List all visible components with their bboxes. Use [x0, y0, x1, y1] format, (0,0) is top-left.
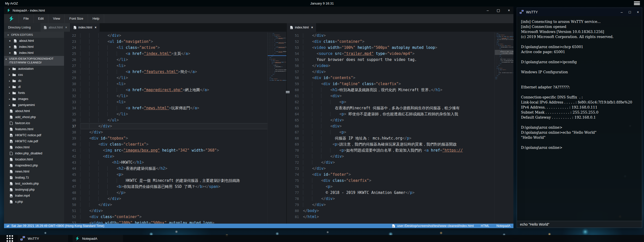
minimap-current-line-indicator — [268, 55, 286, 56]
code-line: </div> — [80, 123, 267, 129]
system-menu-title[interactable]: My ArOZ — [5, 2, 18, 5]
file-item-location.html[interactable]: location.html — [4, 156, 64, 162]
open-editor-item-index.html[interactable]: ×index.html — [4, 50, 64, 56]
folder-item-fonts[interactable]: ▸fonts — [4, 90, 64, 96]
close-icon[interactable]: × — [8, 39, 12, 42]
menu-view[interactable]: View — [48, 14, 65, 23]
folder-item-images[interactable]: ▸images — [4, 96, 64, 102]
line-number: 22 — [64, 32, 80, 39]
menu-file[interactable]: File — [19, 14, 34, 23]
file-item-HKWTC notice.pdf[interactable]: HKWTC notice.pdf — [4, 132, 64, 138]
open-editor-item-index.html[interactable]: ×index.html — [4, 44, 64, 50]
code-line: <div class="container"> — [303, 39, 495, 45]
menu-edit[interactable]: Edit — [34, 14, 48, 23]
tab-close-icon[interactable]: × — [65, 26, 67, 29]
file-name: about.html — [19, 39, 34, 43]
taskbar-item-wstty[interactable]: WsTTY — [18, 235, 68, 242]
code-file-icon — [9, 188, 13, 192]
maximize-button[interactable]: ▢ — [496, 8, 500, 12]
line-number-gutter: 5152535455565758596061626364656667686970… — [287, 32, 303, 224]
close-button[interactable]: × — [637, 10, 639, 14]
line-number: 42 — [64, 153, 80, 159]
folder-item-dl[interactable]: ▸dl — [4, 84, 64, 90]
folder-item-yamiyamimi[interactable]: ▸yamiyamimi — [4, 102, 64, 108]
tab-close-icon[interactable]: × — [311, 26, 313, 29]
folder-item-autostation[interactable]: ▸autostation — [4, 66, 64, 72]
code-line: </div> — [80, 196, 267, 202]
file-item-index.html[interactable]: index.html — [4, 144, 64, 150]
file-item-mapredirect.php[interactable]: mapredirect.php — [4, 162, 64, 168]
hamburger-menu-icon[interactable] — [634, 2, 640, 5]
minimize-button[interactable]: – — [486, 8, 490, 12]
minimap[interactable]: </div> <ul id="navigation"> <li class="a… — [267, 32, 286, 224]
line-number: 52 — [64, 214, 80, 220]
status-language[interactable]: HTML — [481, 224, 489, 228]
close-button[interactable]: × — [507, 8, 511, 12]
folder-item-css[interactable]: ▸css — [4, 72, 64, 78]
pane-resize-handle[interactable] — [286, 91, 290, 93]
code-line: </div> — [303, 196, 495, 202]
code-line: </ul> — [80, 117, 267, 123]
line-number: 61 — [287, 93, 303, 99]
line-number: 55 — [287, 57, 303, 63]
app-launcher-icon[interactable] — [7, 235, 13, 242]
notepada-main: ▾OPEN EDITORS×about.html×index.html×inde… — [4, 32, 513, 224]
folder-icon — [12, 79, 16, 82]
open-editor-item-about.html[interactable]: ×about.html — [4, 38, 64, 44]
code-line: <div class="container"> — [80, 214, 267, 220]
file-item-x.php[interactable]: x.php — [4, 199, 64, 205]
line-number: 34 — [64, 105, 80, 111]
code-file-icon — [9, 200, 13, 204]
file-item-HKWTC rule.pdf[interactable]: HKWTC rule.pdf — [4, 138, 64, 144]
menu-font-size[interactable]: Font Size — [65, 14, 88, 23]
close-icon[interactable]: × — [8, 51, 12, 54]
taskbar-item-notepada[interactable]: NotepadA — [73, 235, 123, 242]
tab-about.html[interactable]: about.html× — [41, 23, 70, 32]
file-item-about.html[interactable]: about.html — [4, 108, 64, 114]
code-line: HKWTC 是一個 Minecraft 的建築伺服器，主要建築計劃包括鐵路 — [80, 178, 267, 184]
code-line: <a href="mapredirect.php">網上地圖</a> — [80, 87, 267, 93]
status-app-name: NotepadA — [496, 224, 510, 228]
line-number: 27 — [64, 63, 80, 69]
maximize-button[interactable]: □ — [629, 10, 631, 14]
menu-help[interactable]: Help — [88, 14, 104, 23]
folder-item-dc[interactable]: ▸dc — [4, 78, 64, 84]
folder-icon — [12, 73, 16, 76]
wstty-titlebar: WsTTY – □ × — [517, 8, 642, 16]
line-number: 70 — [287, 147, 303, 153]
code-file-icon — [290, 26, 293, 29]
terminal-output[interactable]: [info] Conencting to arozos WsTTY servic… — [517, 16, 642, 221]
code-file-icon — [9, 182, 13, 186]
file-item-teabag.7z[interactable]: teabag.7z — [4, 175, 64, 181]
file-item-test_sockets.php[interactable]: test_sockets.php — [4, 181, 64, 187]
tab-index.html[interactable]: index.html× — [287, 23, 316, 32]
code-line: </div> — [80, 208, 267, 214]
file-item-index.php_disabled[interactable]: index.php_disabled — [4, 150, 64, 156]
file-item-favicon.ico[interactable]: favicon.ico — [4, 120, 64, 126]
workspace-root-header[interactable]: ▾USER:/DESKTOP/SCREENSHOT/TEST/WWW CLEAN… — [4, 56, 64, 66]
terminal-input[interactable]: echo "Hello World" — [517, 221, 642, 228]
line-number: 51 — [64, 208, 80, 214]
tab-index.html[interactable]: index.html× — [70, 23, 100, 32]
system-top-bar: My ArOZ January 9 16:31 — [0, 0, 644, 7]
minimize-button[interactable]: – — [621, 10, 623, 14]
code-area[interactable]: </div> <div class="container"> <video wi… — [303, 32, 495, 224]
code-line: <div> — [303, 123, 495, 129]
file-item-trailer.mp4[interactable]: trailer.mp4 — [4, 193, 64, 199]
code-line: </div> — [303, 117, 495, 123]
close-icon[interactable]: × — [8, 45, 12, 48]
folder-name: yamiyamimi — [18, 103, 35, 107]
code-line: </li> — [80, 75, 267, 81]
file-item-testmysql.php[interactable]: testmysql.php — [4, 187, 64, 193]
file-name: index.php_disabled — [15, 152, 42, 155]
minimap[interactable]: </div> <div class="container"> <video wi… — [495, 32, 513, 224]
file-item-features.html[interactable]: features.html — [4, 126, 64, 132]
open-editors-section[interactable]: ▾OPEN EDITORS — [4, 32, 64, 38]
code-area[interactable]: </div> <ul id="navigation"> <li class="a… — [80, 32, 267, 224]
code-line: <p> 即使你不是建築師，你也能透過紅石師或鐵路工程師的身份加入我 — [303, 111, 495, 117]
minimap-slider[interactable] — [495, 50, 513, 55]
file-name: favicon.ico — [15, 121, 30, 125]
file-item-add_vhost.php[interactable]: add_vhost.php — [4, 114, 64, 120]
file-item-news.html[interactable]: news.html — [4, 168, 64, 175]
tab-close-icon[interactable]: × — [95, 26, 97, 29]
